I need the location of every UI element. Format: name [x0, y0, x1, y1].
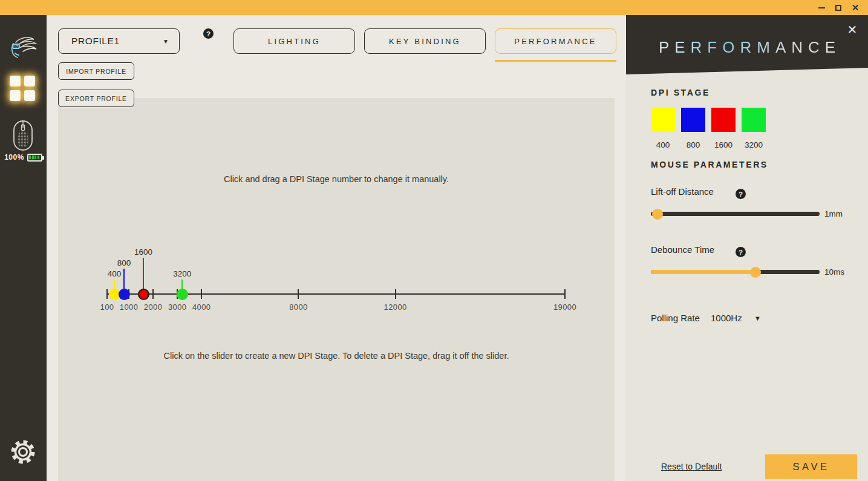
panel-footer: Reset to Default SAVE	[626, 454, 868, 479]
dpi-stage-value-label[interactable]: 3200	[164, 269, 200, 278]
dpi-stage-item[interactable]: 3200	[742, 108, 766, 149]
instruction-bottom: Click on the slider to create a new DPI …	[58, 351, 615, 361]
close-window-button[interactable]: ✕	[851, 4, 860, 12]
dpi-stage-line	[181, 280, 183, 289]
polling-chevron-down-icon[interactable]: ▼	[754, 315, 761, 322]
dpi-stage-value-label[interactable]: 1600	[125, 247, 162, 257]
dpi-axis-tick-label: 12000	[377, 303, 414, 312]
dpi-stage-dot[interactable]	[138, 289, 149, 300]
dpi-stage-item[interactable]: 800	[681, 108, 705, 149]
save-button[interactable]: SAVE	[765, 454, 857, 479]
sidebar: 100%	[0, 15, 47, 481]
tab-lighting[interactable]: LIGHTING	[233, 28, 355, 54]
dpi-stage-value-label[interactable]: 800	[106, 258, 142, 267]
dpi-stage-line	[143, 258, 145, 289]
dpi-stage-value: 800	[687, 140, 700, 149]
dpi-axis-tick-label: 19000	[547, 303, 583, 312]
sidebar-item-mouse[interactable]	[11, 120, 34, 151]
dpi-stage-value: 400	[656, 140, 670, 149]
dpi-axis-tick	[395, 289, 396, 299]
close-icon[interactable]: ✕	[846, 23, 859, 36]
dpi-axis-track[interactable]	[107, 293, 565, 295]
grid-icon	[10, 90, 21, 101]
dpi-slider[interactable]: 1001000200030004000800012000190004008001…	[107, 248, 565, 324]
profile-dropdown[interactable]: PROFILE1 ▼	[58, 28, 180, 54]
instruction-top: Click and drag a DPI Stage number to cha…	[58, 174, 615, 184]
dpi-axis-tick	[201, 289, 202, 299]
chevron-down-icon: ▼	[163, 38, 169, 45]
minimize-icon	[818, 7, 825, 8]
debounce-slider-thumb[interactable]	[750, 267, 761, 278]
dpi-stage-value-label[interactable]: 400	[96, 269, 132, 278]
dpi-stage-color-swatch[interactable]	[681, 108, 705, 132]
maximize-button[interactable]	[834, 4, 843, 12]
export-profile-button[interactable]: EXPORT PROFILE	[58, 90, 134, 107]
settings-button[interactable]	[9, 438, 37, 466]
dpi-stage-line	[123, 269, 125, 289]
liftoff-slider-thumb[interactable]	[652, 209, 663, 220]
grid-icon	[10, 76, 21, 87]
battery-status: 100%	[0, 153, 47, 162]
liftoff-distance-label: Lift-off Distance	[651, 186, 714, 197]
dpi-axis-tick	[564, 289, 566, 299]
tab-bar: LIGHTINGKEY BINDINGPERFORMANCE	[233, 28, 616, 54]
debounce-time-label: Debounce Time	[651, 244, 714, 255]
sidebar-item-devices[interactable]	[10, 76, 36, 102]
liftoff-value: 1mm	[824, 209, 843, 218]
polling-rate-row: Polling Rate 1000Hz ▼	[626, 313, 868, 324]
polling-rate-value[interactable]: 1000Hz	[711, 313, 742, 323]
dpi-stage-value: 1600	[714, 140, 733, 149]
reset-to-default-link[interactable]: Reset to Default	[661, 462, 722, 471]
performance-panel: PERFORMANCE ✕ DPI STAGE 40080016003200 M…	[626, 15, 868, 481]
active-tab-underline	[495, 60, 616, 62]
dpi-axis-tick-label: 8000	[280, 303, 316, 312]
dpi-stage-dot[interactable]	[119, 289, 130, 300]
dpi-stage-value: 3200	[745, 140, 763, 149]
help-icon[interactable]: ?	[203, 28, 214, 39]
dpi-stage-item[interactable]: 400	[651, 108, 675, 149]
window-titlebar: ✕	[0, 0, 868, 15]
debounce-slider[interactable]	[651, 270, 820, 274]
debounce-help-icon[interactable]: ?	[736, 247, 746, 257]
battery-fill	[29, 155, 40, 159]
dpi-stage-color-swatch[interactable]	[742, 108, 766, 132]
grid-icon	[24, 90, 35, 101]
mouse-parameters-heading: MOUSE PARAMETERS	[651, 160, 768, 169]
dpi-axis-tick	[152, 289, 154, 299]
debounce-value: 10ms	[824, 267, 844, 276]
tab-key-binding[interactable]: KEY BINDING	[364, 28, 486, 54]
panel-header: PERFORMANCE	[626, 15, 868, 83]
import-profile-button[interactable]: IMPORT PROFILE	[58, 62, 134, 80]
profile-name: PROFILE1	[71, 36, 120, 47]
main-area: PROFILE1 ▼ ? LIGHTINGKEY BINDINGPERFORMA…	[47, 15, 626, 481]
dpi-stage-heading: DPI STAGE	[651, 88, 710, 97]
dpi-stage-dot[interactable]	[177, 289, 188, 300]
panel-title: PERFORMANCE	[626, 38, 868, 57]
polling-rate-label: Polling Rate	[651, 313, 700, 323]
dpi-stage-line	[114, 280, 116, 289]
battery-icon	[27, 154, 42, 162]
gear-icon	[9, 438, 37, 466]
dpi-stage-color-swatch[interactable]	[711, 108, 736, 132]
minimize-button[interactable]	[817, 4, 826, 12]
mouse-icon	[11, 120, 34, 151]
brand-logo-icon	[7, 33, 39, 65]
debounce-slider-fill	[651, 270, 755, 274]
dpi-stage-item[interactable]: 1600	[711, 108, 736, 149]
tab-performance[interactable]: PERFORMANCE	[495, 28, 616, 54]
dpi-stage-color-swatch[interactable]	[651, 108, 675, 132]
dpi-stage-list: 40080016003200	[651, 108, 766, 149]
grid-icon	[24, 76, 35, 87]
app-window: ✕	[0, 0, 868, 481]
battery-percent: 100%	[4, 153, 24, 162]
dpi-axis-tick	[106, 289, 108, 299]
dpi-axis-tick	[298, 289, 299, 299]
maximize-icon	[835, 5, 841, 11]
liftoff-help-icon[interactable]: ?	[736, 189, 746, 199]
dpi-axis-tick-label: 4000	[183, 303, 220, 312]
liftoff-slider[interactable]	[651, 212, 820, 216]
